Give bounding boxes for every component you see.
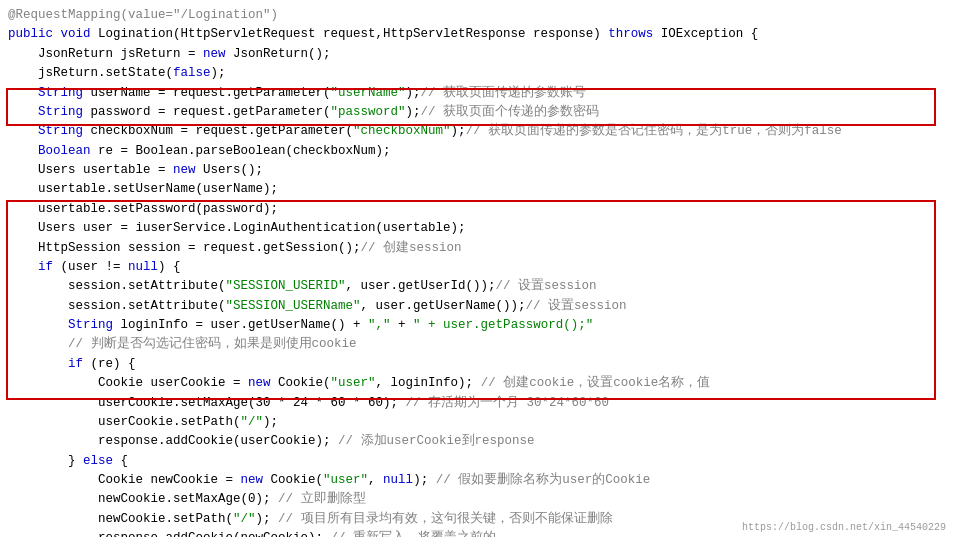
code-line-24: } else { (8, 452, 946, 471)
code-line-2: public void Logination(HttpServletReques… (8, 25, 946, 44)
code-line-14: if (user != null) { (8, 258, 946, 277)
code-line-16: session.setAttribute("SESSION_USERName",… (8, 297, 946, 316)
code-line-19: if (re) { (8, 355, 946, 374)
code-line-4: jsReturn.setState(false); (8, 64, 946, 83)
code-line-26: newCookie.setMaxAge(0); // 立即删除型 (8, 490, 946, 509)
code-line-1: @RequestMapping(value="/Logination") (8, 6, 946, 25)
code-line-15: session.setAttribute("SESSION_USERID", u… (8, 277, 946, 296)
code-line-20: Cookie userCookie = new Cookie("user", l… (8, 374, 946, 393)
page-url: https://blog.csdn.net/xin_44540229 (742, 522, 946, 533)
code-line-22: userCookie.setPath("/"); (8, 413, 946, 432)
code-line-18: // 判断是否勾选记住密码，如果是则使用cookie (8, 335, 946, 354)
code-line-6: String password = request.getParameter("… (8, 103, 946, 122)
code-line-25: Cookie newCookie = new Cookie("user", nu… (8, 471, 946, 490)
code-line-17: String loginInfo = user.getUserName() + … (8, 316, 946, 335)
code-line-7: String checkboxNum = request.getParamete… (8, 122, 946, 141)
code-line-11: usertable.setPassword(password); (8, 200, 946, 219)
code-line-13: HttpSession session = request.getSession… (8, 239, 946, 258)
code-line-10: usertable.setUserName(userName); (8, 180, 946, 199)
code-line-23: response.addCookie(userCookie); // 添加use… (8, 432, 946, 451)
code-line-12: Users user = iuserService.LoginAuthentic… (8, 219, 946, 238)
code-line-5: String userName = request.getParameter("… (8, 84, 946, 103)
code-line-8: Boolean re = Boolean.parseBoolean(checkb… (8, 142, 946, 161)
code-line-21: userCookie.setMaxAge(30 * 24 * 60 * 60);… (8, 394, 946, 413)
code-line-9: Users usertable = new Users(); (8, 161, 946, 180)
code-line-3: JsonReturn jsReturn = new JsonReturn(); (8, 45, 946, 64)
code-container: @RequestMapping(value="/Logination") pub… (0, 0, 954, 537)
